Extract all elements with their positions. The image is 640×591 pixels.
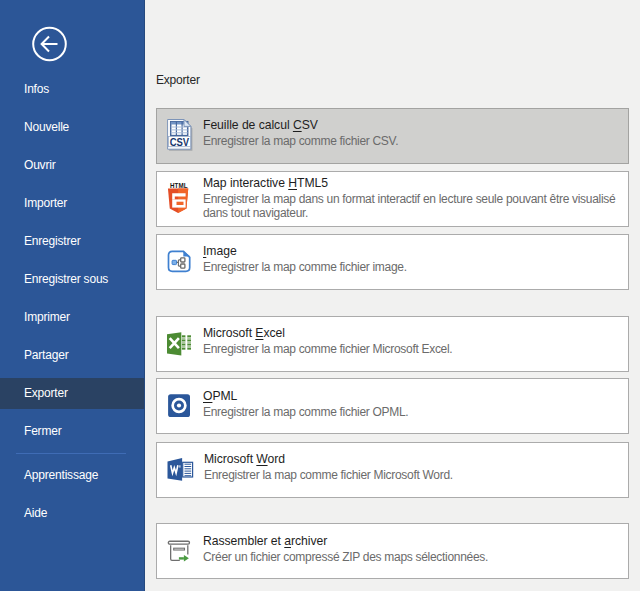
svg-text:CSV: CSV xyxy=(170,136,190,148)
